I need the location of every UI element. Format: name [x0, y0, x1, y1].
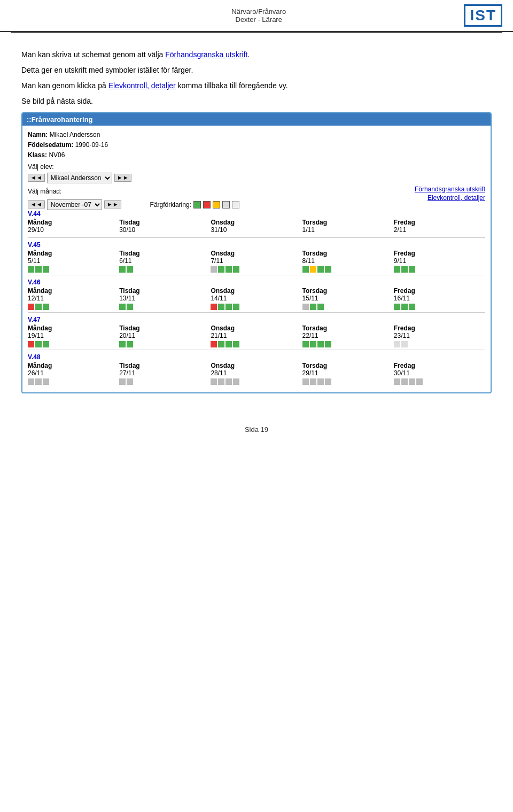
birth-label: Födelsedatum:: [28, 141, 73, 149]
block-1-4-0: [394, 266, 400, 273]
intro-p3-text: Man kan genom klicka på: [21, 81, 108, 90]
block-4-4-3: [416, 378, 423, 385]
intro-text: Man kan skriva ut schemat genom att välj…: [21, 49, 492, 107]
student-prev-btn[interactable]: ◄◄: [28, 174, 45, 182]
block-1-4-2: [409, 266, 415, 273]
day-date-1-1: 6/11: [119, 257, 211, 265]
block-4-2-3: [233, 378, 239, 385]
days-header-2: MåndagTisdagOnsdagTorsdagFredag: [28, 287, 485, 295]
blocks-cell-3-0: [28, 341, 119, 347]
app-titlebar: ::Frånvarohantering: [22, 113, 491, 126]
days-blocks-1: [28, 266, 485, 273]
block-1-2-2: [226, 266, 232, 273]
name-label: Namn:: [28, 131, 48, 138]
week-section-4: V.48MåndagTisdagOnsdagTorsdagFredag26/11…: [28, 353, 485, 385]
blocks-cell-1-4: [394, 266, 485, 273]
day-name-4-0: Måndag: [28, 362, 119, 369]
days-header-1: MåndagTisdagOnsdagTorsdagFredag: [28, 250, 485, 257]
top-row-controls: Välj månad: ◄◄ November -07 ►► Färgförkl…: [28, 185, 485, 210]
block-3-3-1: [310, 341, 316, 347]
day-date-2-3: 15/11: [302, 295, 394, 302]
blocks-cell-4-2: [211, 378, 302, 385]
day-date-1-3: 8/11: [302, 257, 394, 265]
day-date-0-1: 30/10: [119, 226, 211, 234]
link-details-intro[interactable]: Elevkontroll, detaljer: [108, 81, 176, 90]
day-date-2-0: 12/11: [28, 295, 119, 302]
blocks-cell-4-0: [28, 378, 119, 385]
week-label-0: V.44: [28, 210, 485, 218]
block-2-0-0: [28, 304, 34, 310]
day-name-3-2: Onsdag: [211, 324, 302, 332]
block-2-3-0: [302, 304, 309, 310]
intro-p1: Man kan skriva ut schemat genom att välj…: [21, 49, 492, 60]
day-date-1-4: 9/11: [394, 257, 485, 265]
month-next-btn[interactable]: ►►: [104, 200, 121, 208]
day-name-3-4: Fredag: [394, 324, 485, 332]
block-4-0-2: [43, 378, 49, 385]
days-dates-0: 29/1030/1031/101/112/11: [28, 226, 485, 234]
block-4-3-2: [317, 378, 324, 385]
month-prev-btn[interactable]: ◄◄: [28, 200, 45, 208]
logo-area: IST: [464, 4, 502, 27]
day-date-1-0: 5/11: [28, 257, 119, 265]
blocks-cell-1-2: [211, 266, 302, 273]
day-name-1-4: Fredag: [394, 250, 485, 257]
days-header-3: MåndagTisdagOnsdagTorsdagFredag: [28, 324, 485, 332]
block-1-1-0: [119, 266, 126, 273]
day-date-0-0: 29/10: [28, 226, 119, 234]
link-print[interactable]: Förhandsgranska utskrift: [415, 185, 485, 193]
block-1-3-1: [310, 266, 316, 273]
link-details[interactable]: Elevkontroll, detaljer: [428, 194, 485, 202]
block-4-2-2: [226, 378, 232, 385]
blocks-cell-3-1: [119, 341, 211, 347]
block-1-3-2: [317, 266, 324, 273]
month-nav-row: ◄◄ November -07 ►► Färgförklaring:: [28, 199, 239, 210]
block-1-2-1: [218, 266, 224, 273]
day-date-4-2: 28/11: [211, 369, 302, 377]
day-date-4-4: 30/11: [394, 369, 485, 377]
day-date-3-0: 19/11: [28, 332, 119, 339]
birth-value: 1990-09-16: [75, 141, 108, 149]
screenshot-box: ::Frånvarohantering Namn: Mikael Anderss…: [21, 112, 492, 393]
block-2-4-0: [394, 304, 400, 310]
block-1-0-1: [35, 266, 42, 273]
link-print-intro[interactable]: Förhandsgranska utskrift: [165, 50, 247, 59]
content-area: Man kan skriva ut schemat genom att välj…: [0, 44, 513, 404]
block-2-1-0: [119, 304, 126, 310]
block-4-2-0: [211, 378, 217, 385]
blocks-cell-2-1: [119, 304, 211, 310]
block-3-2-1: [218, 341, 224, 347]
week-section-2: V.46MåndagTisdagOnsdagTorsdagFredag12/11…: [28, 279, 485, 313]
student-select[interactable]: Mikael Andersson: [47, 173, 112, 183]
day-name-0-3: Torsdag: [302, 219, 394, 226]
page-footer: Sida 19: [0, 426, 513, 434]
day-date-3-3: 22/11: [302, 332, 394, 339]
day-date-0-3: 1/11: [302, 226, 394, 234]
block-2-3-2: [317, 304, 324, 310]
day-name-3-0: Måndag: [28, 324, 119, 332]
day-name-2-4: Fredag: [394, 287, 485, 295]
day-name-3-3: Torsdag: [302, 324, 394, 332]
student-info: Namn: Mikael Andersson Födelsedatum: 199…: [28, 130, 485, 161]
color-legend-label: Färgförklaring:: [150, 201, 191, 208]
block-4-3-1: [310, 378, 316, 385]
block-3-1-0: [119, 341, 126, 347]
block-3-2-3: [233, 341, 239, 347]
block-4-0-1: [35, 378, 42, 385]
day-name-2-2: Onsdag: [211, 287, 302, 295]
blocks-cell-2-4: [394, 304, 485, 310]
days-header-0: MåndagTisdagOnsdagTorsdagFredag: [28, 219, 485, 226]
page-number: Sida 19: [245, 426, 268, 434]
day-name-3-1: Tisdag: [119, 324, 211, 332]
day-date-0-4: 2/11: [394, 226, 485, 234]
month-select[interactable]: November -07: [47, 199, 102, 210]
block-1-2-0: [211, 266, 217, 273]
ist-logo: IST: [464, 4, 502, 27]
block-2-2-3: [233, 304, 239, 310]
day-name-4-2: Onsdag: [211, 362, 302, 369]
block-4-2-1: [218, 378, 224, 385]
week-divider-3: [28, 350, 485, 350]
student-next-btn[interactable]: ►►: [114, 174, 131, 182]
header-title1: Närvaro/Frånvaro: [53, 7, 464, 16]
block-3-1-1: [127, 341, 133, 347]
